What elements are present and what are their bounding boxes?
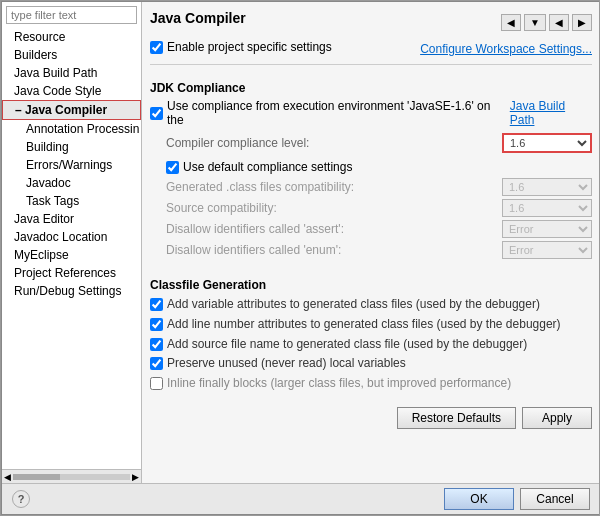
tree-item-java-editor[interactable]: Java Editor [2, 210, 141, 228]
tree-item-resource[interactable]: Resource [2, 28, 141, 46]
left-navigation-panel: Resource Builders Java Build Path Java C… [2, 2, 142, 483]
classfile-label-0: Add variable attributes to generated cla… [167, 296, 540, 313]
disallow-assert-select[interactable]: Error Warning Ignore [502, 220, 592, 238]
jdk-section-label: JDK Compliance [150, 81, 592, 95]
classfile-label-4: Inline finally blocks (larger class file… [167, 375, 511, 392]
tree-item-java-build-path[interactable]: Java Build Path [2, 64, 141, 82]
apply-button[interactable]: Apply [522, 407, 592, 429]
compiler-compliance-select[interactable]: 1.6 1.5 1.7 [502, 133, 592, 153]
classfile-section: Classfile Generation Add variable attrib… [150, 270, 592, 395]
generated-class-row: Generated .class files compatibility: 1.… [150, 178, 592, 196]
classfile-label-2: Add source file name to generated class … [167, 336, 527, 353]
configure-workspace-link[interactable]: Configure Workspace Settings... [420, 42, 592, 56]
tree-item-java-code-style[interactable]: Java Code Style [2, 82, 141, 100]
compiler-compliance-row: Compiler compliance level: 1.6 1.5 1.7 [150, 133, 592, 153]
back-button[interactable]: ◀ [501, 14, 521, 31]
disallow-enum-label: Disallow identifiers called 'enum': [166, 243, 502, 257]
use-compliance-checkbox[interactable] [150, 107, 163, 120]
filter-input[interactable] [6, 6, 137, 24]
generated-class-select[interactable]: 1.6 [502, 178, 592, 196]
restore-defaults-button[interactable]: Restore Defaults [397, 407, 516, 429]
disallow-enum-select[interactable]: Error Warning Ignore [502, 241, 592, 259]
java-build-path-link[interactable]: Java Build Path [510, 99, 592, 127]
scroll-right-icon[interactable]: ▶ [132, 472, 139, 482]
disallow-assert-row: Disallow identifiers called 'assert': Er… [150, 220, 592, 238]
dropdown-button[interactable]: ▼ [524, 14, 546, 31]
classfile-label-3: Preserve unused (never read) local varia… [167, 355, 406, 372]
nav-right-button[interactable]: ▶ [572, 14, 592, 31]
tree-item-run-debug[interactable]: Run/Debug Settings [2, 282, 141, 300]
classfile-checkbox-0[interactable] [150, 298, 163, 311]
classfile-item-0: Add variable attributes to generated cla… [150, 296, 592, 313]
classfile-checkbox-3[interactable] [150, 357, 163, 370]
tree-item-javadoc[interactable]: Javadoc [2, 174, 141, 192]
footer-bar: ? OK Cancel [2, 483, 600, 514]
classfile-label-1: Add line number attributes to generated … [167, 316, 561, 333]
source-compat-select[interactable]: 1.6 [502, 199, 592, 217]
panel-title: Java Compiler [150, 10, 246, 26]
tree-item-java-compiler[interactable]: – Java Compiler [2, 100, 141, 120]
tree-item-javadoc-location[interactable]: Javadoc Location [2, 228, 141, 246]
enable-specific-label: Enable project specific settings [167, 40, 332, 54]
source-compat-label: Source compatibility: [166, 201, 502, 215]
tree-item-errors-warnings[interactable]: Errors/Warnings [2, 156, 141, 174]
classfile-item-2: Add source file name to generated class … [150, 336, 592, 353]
tree-item-building[interactable]: Building [2, 138, 141, 156]
action-buttons-row: Restore Defaults Apply [150, 407, 592, 429]
generated-class-label: Generated .class files compatibility: [166, 180, 502, 194]
nav-left-button[interactable]: ◀ [549, 14, 569, 31]
tree-item-myeclipse[interactable]: MyEclipse [2, 246, 141, 264]
disallow-enum-row: Disallow identifiers called 'enum': Erro… [150, 241, 592, 259]
classfile-checkbox-4[interactable] [150, 377, 163, 390]
use-default-compliance-row: Use default compliance settings [166, 160, 592, 174]
classfile-item-1: Add line number attributes to generated … [150, 316, 592, 333]
classfile-item-3: Preserve unused (never read) local varia… [150, 355, 592, 372]
compiler-compliance-label: Compiler compliance level: [166, 136, 502, 150]
use-compliance-text: Use compliance from execution environmen… [167, 99, 506, 127]
tree-item-builders[interactable]: Builders [2, 46, 141, 64]
use-default-compliance-label: Use default compliance settings [183, 160, 352, 174]
toolbar-icons: ◀ ▼ ◀ ▶ [501, 14, 592, 31]
tree-item-project-references[interactable]: Project References [2, 264, 141, 282]
enable-specific-checkbox[interactable] [150, 41, 163, 54]
classfile-section-label: Classfile Generation [150, 278, 592, 292]
source-compat-row: Source compatibility: 1.6 [150, 199, 592, 217]
ok-button[interactable]: OK [444, 488, 514, 510]
classfile-item-4: Inline finally blocks (larger class file… [150, 375, 592, 392]
scroll-left-icon[interactable]: ◀ [4, 472, 11, 482]
classfile-checkbox-2[interactable] [150, 338, 163, 351]
use-default-compliance-checkbox[interactable] [166, 161, 179, 174]
enable-specific-row: Enable project specific settings [150, 40, 332, 54]
tree-area: Resource Builders Java Build Path Java C… [2, 28, 141, 469]
tree-item-annotation[interactable]: Annotation Processin [2, 120, 141, 138]
use-compliance-row: Use compliance from execution environmen… [150, 99, 592, 127]
classfile-checkbox-1[interactable] [150, 318, 163, 331]
right-panel: Java Compiler ◀ ▼ ◀ ▶ Enable project spe… [142, 2, 600, 483]
help-button[interactable]: ? [12, 490, 30, 508]
disallow-assert-label: Disallow identifiers called 'assert': [166, 222, 502, 236]
cancel-button[interactable]: Cancel [520, 488, 590, 510]
tree-item-task-tags[interactable]: Task Tags [2, 192, 141, 210]
